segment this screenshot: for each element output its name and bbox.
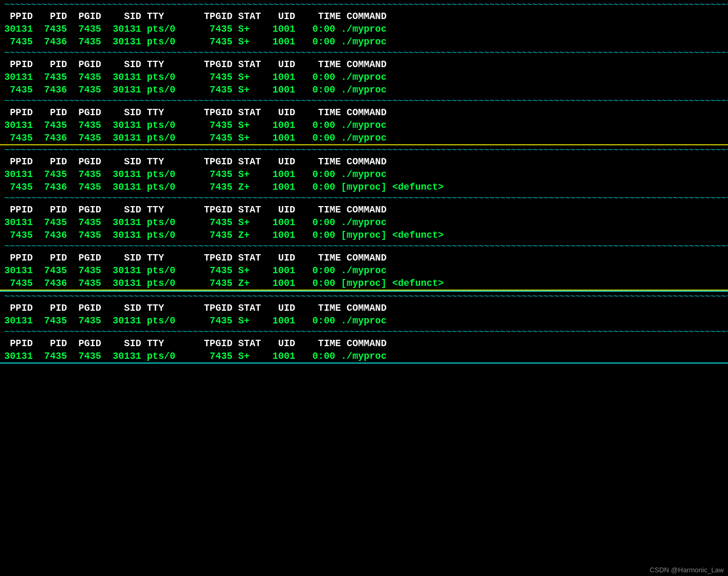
table-header: PPID PID PGID SID TTY TPGID STAT UID TIM… xyxy=(0,155,728,168)
table-row: 7435 7436 7435 30131 pts/0 7435 Z+ 1001 … xyxy=(0,277,728,290)
table-row: 30131 7435 7435 30131 pts/0 7435 S+ 1001… xyxy=(0,264,728,277)
table-header: PPID PID PGID SID TTY TPGID STAT UID TIM… xyxy=(0,203,728,216)
section-section-1: PPID PID PGID SID TTY TPGID STAT UID TIM… xyxy=(0,10,728,48)
yellow-block: ~~~~~~~~~~~~~~~~~~~~~~~~~~~~~~~~~~~~~~~~… xyxy=(0,144,728,291)
section-section-6: PPID PID PGID SID TTY TPGID STAT UID TIM… xyxy=(0,252,728,290)
table-row: 7435 7436 7435 30131 pts/0 7435 S+ 1001 … xyxy=(0,83,728,96)
watermark: CSDN @Harmonic_Law xyxy=(650,566,724,574)
table-row: 7435 7436 7435 30131 pts/0 7435 S+ 1001 … xyxy=(0,35,728,48)
table-row: 30131 7435 7435 30131 pts/0 7435 S+ 1001… xyxy=(0,168,728,181)
terminal: ~~~~~~~~~~~~~~~~~~~~~~~~~~~~~~~~~~~~~~~~… xyxy=(0,0,728,576)
separator-line: ~~~~~~~~~~~~~~~~~~~~~~~~~~~~~~~~~~~~~~~~… xyxy=(0,145,728,155)
table-header: PPID PID PGID SID TTY TPGID STAT UID TIM… xyxy=(0,337,728,350)
blue-block: ~~~~~~~~~~~~~~~~~~~~~~~~~~~~~~~~~~~~~~~~… xyxy=(0,291,728,364)
table-row: 7435 7436 7435 30131 pts/0 7435 Z+ 1001 … xyxy=(0,181,728,193)
table-row: 30131 7435 7435 30131 pts/0 7435 S+ 1001… xyxy=(0,314,728,327)
section-section-5: PPID PID PGID SID TTY TPGID STAT UID TIM… xyxy=(0,203,728,241)
section-section-7: PPID PID PGID SID TTY TPGID STAT UID TIM… xyxy=(0,302,728,327)
table-row: 7435 7436 7435 30131 pts/0 7435 Z+ 1001 … xyxy=(0,229,728,241)
table-row: 30131 7435 7435 30131 pts/0 7435 S+ 1001… xyxy=(0,23,728,35)
table-header: PPID PID PGID SID TTY TPGID STAT UID TIM… xyxy=(0,58,728,71)
table-row: 30131 7435 7435 30131 pts/0 7435 S+ 1001… xyxy=(0,71,728,83)
separator-line: ~~~~~~~~~~~~~~~~~~~~~~~~~~~~~~~~~~~~~~~~… xyxy=(0,241,728,252)
table-row: 30131 7435 7435 30131 pts/0 7435 S+ 1001… xyxy=(0,216,728,229)
table-header: PPID PID PGID SID TTY TPGID STAT UID TIM… xyxy=(0,106,728,119)
separator-line: ~~~~~~~~~~~~~~~~~~~~~~~~~~~~~~~~~~~~~~~~… xyxy=(0,0,728,10)
section-section-4: PPID PID PGID SID TTY TPGID STAT UID TIM… xyxy=(0,155,728,193)
separator-line: ~~~~~~~~~~~~~~~~~~~~~~~~~~~~~~~~~~~~~~~~… xyxy=(0,193,728,203)
separator-line: ~~~~~~~~~~~~~~~~~~~~~~~~~~~~~~~~~~~~~~~~… xyxy=(0,292,728,302)
table-header: PPID PID PGID SID TTY TPGID STAT UID TIM… xyxy=(0,10,728,23)
separator-line: ~~~~~~~~~~~~~~~~~~~~~~~~~~~~~~~~~~~~~~~~… xyxy=(0,48,728,58)
table-row: 7435 7436 7435 30131 pts/0 7435 S+ 1001 … xyxy=(0,132,728,144)
separator-line: ~~~~~~~~~~~~~~~~~~~~~~~~~~~~~~~~~~~~~~~~… xyxy=(0,96,728,106)
table-header: PPID PID PGID SID TTY TPGID STAT UID TIM… xyxy=(0,302,728,314)
table-header: PPID PID PGID SID TTY TPGID STAT UID TIM… xyxy=(0,252,728,264)
section-section-2: PPID PID PGID SID TTY TPGID STAT UID TIM… xyxy=(0,58,728,96)
section-section-3: PPID PID PGID SID TTY TPGID STAT UID TIM… xyxy=(0,106,728,144)
separator-line: ~~~~~~~~~~~~~~~~~~~~~~~~~~~~~~~~~~~~~~~~… xyxy=(0,327,728,337)
section-section-8: PPID PID PGID SID TTY TPGID STAT UID TIM… xyxy=(0,337,728,363)
table-row: 30131 7435 7435 30131 pts/0 7435 S+ 1001… xyxy=(0,350,728,363)
table-row: 30131 7435 7435 30131 pts/0 7435 S+ 1001… xyxy=(0,119,728,132)
